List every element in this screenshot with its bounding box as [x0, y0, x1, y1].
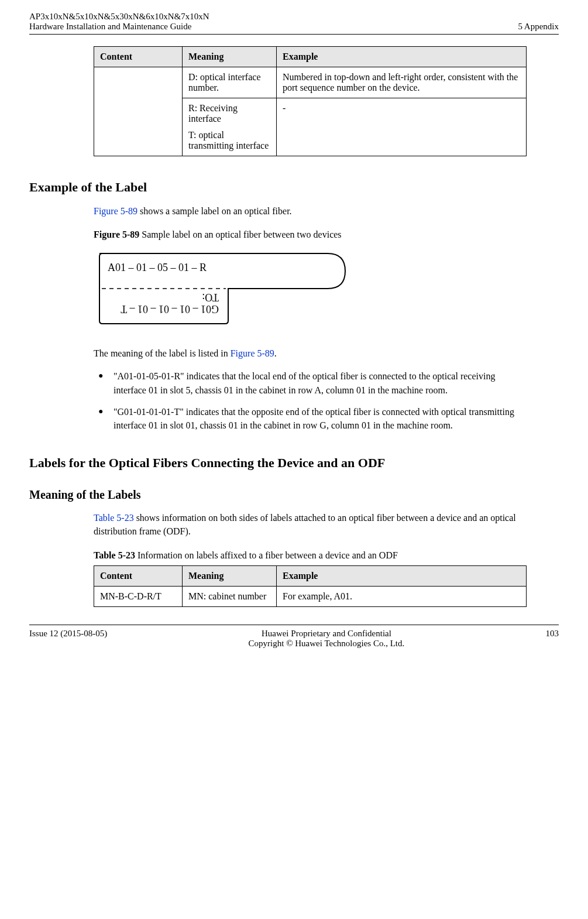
- figure-caption: Figure 5-89 Sample label on an optical f…: [94, 229, 529, 240]
- th-example: Example: [277, 47, 527, 67]
- th-meaning: Meaning: [183, 47, 277, 67]
- meaning-intro: The meaning of the label is listed in Fi…: [94, 347, 529, 360]
- odf-intro: Table 5-23 shows information on both sid…: [94, 511, 529, 538]
- cell-example-d: Numbered in top-down and left-right orde…: [277, 67, 527, 98]
- th-example-2: Example: [277, 565, 527, 586]
- header-guide: Hardware Installation and Maintenance Gu…: [29, 22, 209, 32]
- section-meaning-labels: Meaning of the Labels: [29, 488, 559, 502]
- section-example-of-label: Example of the Label: [29, 180, 559, 195]
- table-continuation: Content Meaning Example D: optical inter…: [94, 46, 527, 156]
- meaning-r: R: Receiving interface: [188, 103, 270, 124]
- link-table-5-23[interactable]: Table 5-23: [94, 513, 134, 523]
- label-diagram: A01 – 01 – 05 – 01 – R G01 – 01 – 01 – 0…: [94, 245, 351, 327]
- table-row: D: optical interface number. Numbered in…: [94, 67, 527, 98]
- link-figure-5-89[interactable]: Figure 5-89: [94, 206, 137, 216]
- meaning-intro-b: .: [274, 348, 277, 358]
- figure-desc: Sample label on an optical fiber between…: [139, 229, 341, 239]
- page-footer: Issue 12 (2015-08-05) Huawei Proprietary…: [29, 625, 559, 649]
- cell-meaning-mn: MN: cabinet number: [183, 586, 277, 606]
- cell-example-mn: For example, A01.: [277, 586, 527, 606]
- table-5-23: Content Meaning Example MN-B-C-D-R/T MN:…: [94, 565, 527, 607]
- bullet-list: "A01-01-05-01-R" indicates that the loca…: [94, 369, 529, 432]
- cell-meaning-rt: R: Receiving interface T: optical transm…: [183, 98, 277, 156]
- table-header-row: Content Meaning Example: [94, 47, 527, 67]
- header-right: 5 Appendix: [518, 22, 559, 32]
- footer-page-number: 103: [546, 629, 559, 649]
- footer-confidential: Huawei Proprietary and Confidential: [107, 629, 545, 639]
- list-item: "G01-01-01-01-T" indicates that the oppo…: [94, 405, 529, 432]
- link-figure-5-89-b[interactable]: Figure 5-89: [231, 348, 274, 358]
- list-item: "A01-01-05-01-R" indicates that the loca…: [94, 369, 529, 396]
- cell-content-empty: [94, 67, 183, 156]
- page-header: AP3x10xN&5x10xN&5x30xN&6x10xN&7x10xN Har…: [29, 12, 559, 35]
- th-content-2: Content: [94, 565, 183, 586]
- table23-caption: Table 5-23 Information on labels affixed…: [94, 550, 529, 561]
- label-back-values: G01 – 01 – 01 – 01 – T: [121, 303, 219, 315]
- cell-content-mn: MN-B-C-D-R/T: [94, 586, 183, 606]
- header-left: AP3x10xN&5x10xN&5x30xN&6x10xN&7x10xN Har…: [29, 12, 209, 32]
- table23-number: Table 5-23: [94, 550, 135, 560]
- table-row: MN-B-C-D-R/T MN: cabinet number For exam…: [94, 586, 527, 606]
- label-back-to: TO:: [202, 292, 219, 303]
- example-intro: Figure 5-89 shows a sample label on an o…: [94, 204, 529, 218]
- cell-example-rt: -: [277, 98, 527, 156]
- section-odf-title: Labels for the Optical Fibers Connecting…: [29, 455, 559, 471]
- th-content: Content: [94, 47, 183, 67]
- footer-center: Huawei Proprietary and Confidential Copy…: [107, 629, 545, 649]
- cell-meaning-d: D: optical interface number.: [183, 67, 277, 98]
- footer-copyright: Copyright © Huawei Technologies Co., Ltd…: [107, 639, 545, 649]
- table23-desc: Information on labels affixed to a fiber…: [135, 550, 398, 560]
- meaning-intro-a: The meaning of the label is listed in: [94, 348, 231, 358]
- label-front-text: A01 – 01 – 05 – 01 – R: [108, 262, 207, 273]
- meaning-t: T: optical transmitting interface: [188, 130, 270, 151]
- table-header-row: Content Meaning Example: [94, 565, 527, 586]
- figure-number: Figure 5-89: [94, 229, 139, 239]
- header-product: AP3x10xN&5x10xN&5x30xN&6x10xN&7x10xN: [29, 12, 209, 22]
- th-meaning-2: Meaning: [183, 565, 277, 586]
- example-intro-rest: shows a sample label on an optical fiber…: [137, 206, 291, 216]
- odf-intro-rest: shows information on both sides of label…: [94, 513, 516, 536]
- footer-left: Issue 12 (2015-08-05): [29, 629, 107, 649]
